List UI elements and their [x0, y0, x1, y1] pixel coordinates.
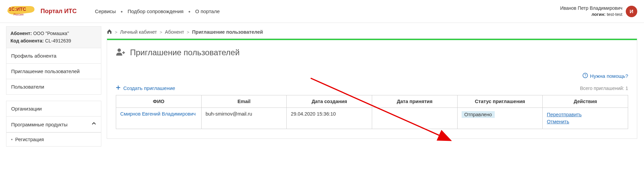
table-header-fio: ФИО	[116, 95, 202, 108]
breadcrumb-separator: >	[187, 30, 189, 35]
invitations-table: ФИО Email Дата создания Дата принятия Ст…	[116, 95, 628, 129]
top-menu-item-about[interactable]: О портале	[190, 8, 224, 14]
abonent-name: ООО "Ромашка"	[33, 31, 69, 36]
breadcrumb: > Личный кабинет > Абонент > Приглашение…	[107, 26, 637, 38]
abonent-code-label: Код абонента:	[10, 38, 44, 43]
help-link[interactable]: ? Нужна помощь?	[583, 73, 628, 79]
main-panel: Приглашение пользователей ? Нужна помощь…	[107, 38, 637, 139]
panel-inner: Приглашение пользователей ? Нужна помощь…	[107, 40, 637, 138]
total-label: Всего приглашений:	[580, 86, 624, 91]
help-icon: ?	[583, 73, 588, 79]
status-badge: Отправлено	[462, 111, 495, 118]
toolbar-row: Создать приглашение Всего приглашений: 1	[116, 85, 628, 91]
breadcrumb-current: Приглашение пользователей	[192, 29, 263, 35]
breadcrumb-item-cabinet[interactable]: Личный кабинет	[120, 29, 157, 35]
sidebar-item-label: Организации	[11, 106, 42, 112]
page-title-row: Приглашение пользователей	[116, 48, 628, 57]
sidebar-item-invitations[interactable]: Приглашение пользователей	[6, 64, 101, 79]
total-value: 1	[625, 86, 628, 91]
user-login-value: test-test	[607, 12, 622, 17]
menu-separator: ●	[121, 9, 123, 13]
plus-icon	[116, 85, 121, 91]
sidebar-abonent-box: Абонент: ООО "Ромашка" Код абонента: CL-…	[6, 26, 101, 95]
create-invitation-label: Создать приглашение	[123, 85, 175, 91]
table-header-email: Email	[201, 95, 287, 108]
create-invitation-button[interactable]: Создать приглашение	[116, 85, 175, 91]
table-row: Смирнов Евгений Владимирович buh-smirnov…	[116, 108, 628, 129]
logo-block[interactable]: 1С:ИТС Россия Портал ИТС	[6, 4, 77, 19]
main: > Личный кабинет > Абонент > Приглашение…	[101, 26, 644, 139]
breadcrumb-item-abonent[interactable]: Абонент	[165, 29, 184, 35]
row-fio-link[interactable]: Смирнов Евгений Владимирович	[120, 111, 196, 117]
user-full-name: Иванов Петр Владимирович	[560, 5, 622, 11]
top-menu-item-support[interactable]: Подбор сопровождения	[123, 8, 188, 14]
chevron-up-icon	[92, 121, 96, 127]
sidebar-item-organizations[interactable]: Организации	[6, 101, 101, 117]
abonent-code-value: CL-4912639	[45, 38, 71, 43]
svg-text:?: ?	[584, 74, 586, 77]
logo-title: Портал ИТС	[41, 8, 77, 15]
user-text: Иванов Петр Владимирович логин: test-tes…	[560, 5, 622, 17]
home-icon[interactable]	[107, 29, 112, 35]
page-title: Приглашение пользователей	[130, 48, 240, 57]
table-header-accepted: Дата принятия	[372, 95, 457, 108]
sidebar-abonent-header: Абонент: ООО "Ромашка" Код абонента: CL-…	[6, 27, 101, 48]
sidebar-item-products[interactable]: Программные продукты	[6, 117, 101, 132]
total-invitations: Всего приглашений: 1	[580, 86, 628, 91]
sidebar-item-profile[interactable]: Профиль абонента	[6, 48, 101, 64]
abonent-label: Абонент:	[10, 31, 32, 36]
svg-text:1С:ИТС: 1С:ИТС	[9, 6, 26, 12]
action-resend-link[interactable]: Переотправить	[547, 111, 624, 118]
breadcrumb-separator: >	[115, 30, 118, 35]
breadcrumb-separator: >	[160, 30, 162, 35]
top-menu-item-services[interactable]: Сервисы	[90, 8, 121, 14]
table-header-created: Дата создания	[287, 95, 372, 108]
user-add-icon	[116, 48, 125, 57]
sidebar-item-label: Программные продукты	[11, 122, 68, 127]
menu-separator: ●	[188, 9, 190, 13]
table-header-status: Статус приглашения	[457, 95, 543, 108]
row-accepted	[372, 108, 457, 129]
svg-text:Россия: Россия	[14, 13, 24, 16]
sidebar-item-users[interactable]: Пользователи	[6, 79, 101, 94]
table-header-actions: Действия	[543, 95, 628, 108]
table-header-row: ФИО Email Дата создания Дата принятия Ст…	[116, 95, 628, 108]
layout: Абонент: ООО "Ромашка" Код абонента: CL-…	[0, 23, 644, 147]
user-login-label: логин:	[592, 12, 606, 17]
svg-rect-4	[123, 51, 124, 54]
top-menu: Сервисы ● Подбор сопровождения ● О порта…	[90, 8, 225, 14]
sidebar-subitem-registration[interactable]: Регистрация	[6, 132, 101, 146]
help-row: ? Нужна помощь?	[116, 73, 628, 79]
user-block[interactable]: Иванов Петр Владимирович логин: test-tes…	[560, 5, 637, 17]
svg-rect-8	[116, 87, 120, 88]
svg-point-2	[118, 49, 121, 52]
sidebar-secondary-box: Организации Программные продукты Регистр…	[6, 101, 101, 147]
logo-icon: 1С:ИТС Россия	[6, 4, 37, 19]
help-link-label: Нужна помощь?	[590, 73, 628, 79]
avatar[interactable]: И	[626, 6, 637, 17]
user-login-line: логин: test-test	[560, 11, 622, 18]
action-cancel-link[interactable]: Отменить	[547, 118, 624, 125]
sidebar: Абонент: ООО "Ромашка" Код абонента: CL-…	[0, 26, 101, 147]
header: 1С:ИТС Россия Портал ИТС Сервисы ● Подбо…	[0, 0, 644, 23]
row-email: buh-smirnov@mail.ru	[201, 108, 287, 129]
row-created: 29.04.2020 15:36:10	[287, 108, 372, 129]
